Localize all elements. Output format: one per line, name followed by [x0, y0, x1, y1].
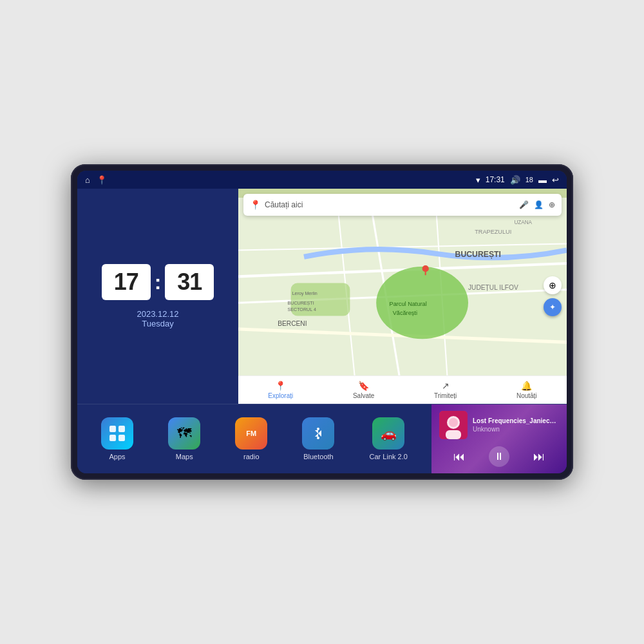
- carlink-icon: 🚗: [372, 417, 404, 450]
- saved-icon: 🔖: [358, 381, 369, 391]
- svg-rect-23: [109, 426, 116, 432]
- svg-rect-26: [118, 435, 125, 441]
- map-search-bar[interactable]: 📍 Căutați aici 🎤 👤 ⊕: [243, 194, 562, 216]
- home-icon[interactable]: ⌂: [85, 175, 90, 185]
- map-saved-btn[interactable]: 🔖 Salvate: [353, 381, 374, 399]
- album-art: [439, 411, 468, 439]
- svg-text:Leroy Merlin: Leroy Merlin: [292, 291, 317, 296]
- clock-colon: :: [155, 270, 162, 294]
- apps-icon: [101, 417, 133, 450]
- svg-text:BUCUREȘTI: BUCUREȘTI: [455, 250, 501, 259]
- account-icon[interactable]: 👤: [534, 200, 544, 209]
- svg-text:SECTORUL 4: SECTORUL 4: [288, 307, 316, 312]
- maps-label: Maps: [176, 453, 193, 460]
- explore-icon: 📍: [275, 381, 286, 391]
- maps-icon-item[interactable]: 🗺 Maps: [168, 417, 200, 460]
- svg-text:Văcărești: Văcărești: [393, 310, 417, 316]
- media-artist: Unknown: [473, 426, 559, 433]
- news-icon: 🔔: [521, 381, 532, 391]
- svg-text:Parcul Natural: Parcul Natural: [390, 301, 427, 307]
- battery-icon: ▬: [538, 175, 547, 185]
- carlink-label: Car Link 2.0: [370, 453, 408, 460]
- clock-widget: 17 : 31 2023.12.12 Tuesday: [77, 189, 238, 404]
- voice-search-icon[interactable]: 🎤: [519, 200, 529, 209]
- radio-icon-item[interactable]: FM radio: [235, 417, 267, 460]
- bluetooth-label: Bluetooth: [303, 453, 333, 460]
- radio-label: radio: [243, 453, 259, 460]
- svg-text:BUCUREȘTI: BUCUREȘTI: [288, 301, 314, 306]
- media-top: Lost Frequencies_Janieck Devy-... Unknow…: [439, 411, 559, 439]
- svg-text:BERCENI: BERCENI: [278, 320, 307, 327]
- media-title: Lost Frequencies_Janieck Devy-...: [473, 417, 559, 424]
- status-bar: ⌂ 📍 ▾ 17:31 🔊 18 ▬ ↩: [77, 171, 567, 189]
- maps-icon: 🗺: [168, 417, 200, 450]
- screen: ⌂ 📍 ▾ 17:31 🔊 18 ▬ ↩ 17 :: [77, 171, 567, 473]
- next-button[interactable]: ⏭: [529, 446, 549, 467]
- play-pause-button[interactable]: ⏸: [489, 446, 509, 467]
- clock-hours: 17: [102, 264, 151, 300]
- bluetooth-icon-item[interactable]: Bluetooth: [302, 417, 334, 460]
- maps-status-icon[interactable]: 📍: [97, 175, 107, 185]
- app-icons-section: Apps 🗺 Maps FM radio: [77, 404, 431, 473]
- map-share-btn[interactable]: ↗ Trimiteți: [434, 381, 457, 399]
- media-player: Lost Frequencies_Janieck Devy-... Unknow…: [431, 404, 567, 473]
- clock-display: 17 : 31: [102, 264, 214, 300]
- top-row: 17 : 31 2023.12.12 Tuesday: [77, 189, 567, 404]
- radio-icon: FM: [235, 417, 267, 450]
- media-info: Lost Frequencies_Janieck Devy-... Unknow…: [473, 417, 559, 433]
- map-nav-btn[interactable]: ✦: [544, 298, 562, 316]
- prev-button[interactable]: ⏮: [449, 446, 469, 467]
- apps-label: Apps: [109, 453, 126, 460]
- map-pin-icon: 📍: [250, 200, 261, 210]
- map-search-right: 🎤 👤 ⊕: [519, 200, 555, 209]
- svg-text:TRAPEZULUI: TRAPEZULUI: [475, 229, 511, 235]
- status-bar-left: ⌂ 📍: [85, 175, 107, 185]
- svg-rect-32: [446, 430, 461, 439]
- svg-text:JUDEȚUL ILFOV: JUDEȚUL ILFOV: [468, 284, 518, 291]
- volume-icon[interactable]: 🔊: [510, 175, 520, 185]
- battery-level: 18: [526, 176, 533, 184]
- map-explore-btn[interactable]: 📍 Explorați: [268, 381, 293, 399]
- main-content: 17 : 31 2023.12.12 Tuesday: [77, 189, 567, 473]
- layers-icon[interactable]: ⊕: [549, 200, 555, 209]
- svg-point-27: [317, 428, 319, 430]
- map-news-btn[interactable]: 🔔 Noutăți: [516, 381, 537, 399]
- share-icon: ↗: [442, 381, 450, 391]
- back-icon[interactable]: ↩: [552, 175, 559, 185]
- svg-rect-25: [109, 435, 116, 441]
- map-bottom-bar: 📍 Explorați 🔖 Salvate ↗ Trimiteți 🔔: [238, 375, 567, 404]
- map-location-btn[interactable]: ⊕: [544, 276, 562, 294]
- media-controls: ⏮ ⏸ ⏭: [439, 446, 559, 467]
- svg-point-31: [449, 418, 458, 427]
- bottom-row: Apps 🗺 Maps FM radio: [77, 404, 567, 473]
- svg-rect-24: [118, 426, 125, 432]
- clock-minutes: 31: [165, 264, 214, 300]
- bluetooth-icon: [302, 417, 334, 450]
- apps-icon-item[interactable]: Apps: [101, 417, 133, 460]
- car-head-unit: ⌂ 📍 ▾ 17:31 🔊 18 ▬ ↩ 17 :: [71, 164, 573, 480]
- carlink-icon-item[interactable]: 🚗 Car Link 2.0: [370, 417, 408, 460]
- status-bar-right: ▾ 17:31 🔊 18 ▬ ↩: [476, 175, 559, 185]
- map-widget[interactable]: BUCUREȘTI JUDEȚUL ILFOV BERCENI TRAPEZUL…: [238, 189, 567, 404]
- map-search-text[interactable]: Căutați aici: [265, 200, 515, 209]
- status-time: 17:31: [486, 175, 505, 184]
- clock-date: 2023.12.12 Tuesday: [137, 309, 178, 328]
- svg-text:UZANA: UZANA: [514, 220, 532, 225]
- gps-icon: ▾: [476, 175, 480, 185]
- svg-point-28: [317, 437, 319, 439]
